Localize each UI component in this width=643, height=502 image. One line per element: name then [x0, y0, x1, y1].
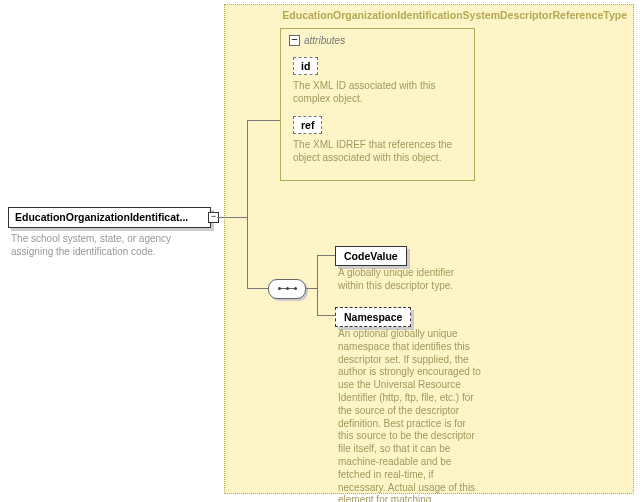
- connector: [247, 120, 248, 288]
- connector: [317, 315, 335, 316]
- connector: [247, 120, 280, 121]
- connector: [247, 288, 268, 289]
- attribute-ref[interactable]: ref: [293, 116, 322, 134]
- element-codevalue-label: CodeValue: [344, 250, 398, 262]
- element-namespace-label: Namespace: [344, 311, 402, 323]
- connector: [217, 217, 247, 218]
- element-namespace-desc: An optional globally unique namespace th…: [338, 328, 482, 502]
- root-element-box[interactable]: EducationOrganizationIdentificat...: [8, 207, 211, 228]
- sequence-compositor[interactable]: [268, 279, 306, 299]
- element-codevalue-desc: A globally unique identifier within this…: [338, 267, 482, 293]
- connector: [317, 255, 318, 315]
- type-title: EducationOrganizationIdentificationSyste…: [232, 9, 627, 21]
- root-element-label: EducationOrganizationIdentificat...: [15, 211, 188, 223]
- attributes-header[interactable]: − attributes: [289, 35, 466, 46]
- attributes-container: − attributes id The XML ID associated wi…: [280, 28, 475, 181]
- connector: [317, 255, 335, 256]
- collapse-icon[interactable]: −: [289, 35, 300, 46]
- attribute-ref-desc: The XML IDREF that references the object…: [293, 139, 466, 164]
- element-codevalue[interactable]: CodeValue: [335, 246, 407, 266]
- attribute-id[interactable]: id: [293, 57, 318, 75]
- attributes-label: attributes: [304, 35, 345, 46]
- element-namespace[interactable]: Namespace: [335, 307, 411, 327]
- root-element-description: The school system, state, or agency assi…: [11, 233, 211, 258]
- attribute-id-desc: The XML ID associated with this complex …: [293, 80, 466, 105]
- connector: [305, 288, 317, 289]
